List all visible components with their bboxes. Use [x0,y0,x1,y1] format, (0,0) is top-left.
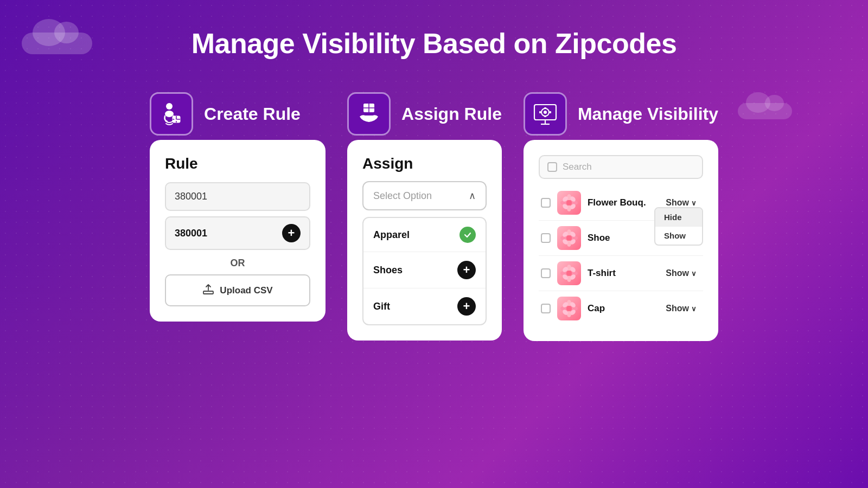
product-name-shoe: Shoe [588,233,655,243]
show-label-tshirt: Show [666,268,689,278]
svg-rect-15 [544,115,546,117]
manage-visibility-section: Manage Visibility Search [524,92,718,341]
flower-visibility-dropdown: Hide Show [654,207,703,246]
svg-point-27 [566,200,572,206]
rule-card-title: Rule [165,155,310,172]
manage-visibility-icon [532,100,559,127]
svg-point-1 [165,111,174,117]
create-rule-icon [158,101,184,127]
product-thumb-shoe [557,226,581,250]
svg-rect-5 [203,291,213,294]
hide-option[interactable]: Hide [655,208,702,227]
assign-rule-title: Assign Rule [401,104,502,124]
upload-csv-button[interactable]: Upload CSV [165,274,310,306]
product-row-flower: Flower Bouq. Show ∨ Hide Show [539,185,703,221]
chevron-down-tshirt-icon: ∨ [691,269,697,278]
product-name-cap: Cap [588,303,655,314]
show-label-cap: Show [666,304,689,313]
add-rule-button[interactable]: + [282,224,301,242]
manage-visibility-header: Manage Visibility [524,92,718,136]
svg-point-13 [544,111,547,114]
product-row-cap: Cap Show ∨ [539,291,703,326]
dropdown-item-shoes[interactable]: Shoes + [363,252,486,288]
assign-dropdown-list: Apparel Shoes + Gift + [362,217,487,325]
svg-point-57 [566,306,572,311]
show-button-tshirt[interactable]: Show ∨ [661,266,701,280]
svg-rect-17 [550,111,551,113]
product-checkbox-cap[interactable] [541,304,551,313]
create-rule-section: Create Rule Rule 380001 + OR Upload CSV [150,92,326,341]
create-rule-header: Create Rule [150,92,326,136]
cards-container: Create Rule Rule 380001 + OR Upload CSV [0,92,868,341]
svg-rect-14 [544,107,546,109]
rule-input[interactable] [165,182,310,211]
product-thumb-cap [557,297,581,320]
assign-dropdown-header[interactable]: Select Option ∧ [362,181,487,210]
assign-rule-header: Assign Rule [347,92,502,136]
assign-rule-card: Assign Select Option ∧ Apparel Shoes [347,140,502,341]
show-button-cap[interactable]: Show ∨ [661,301,701,316]
svg-point-0 [166,103,173,110]
search-master-checkbox[interactable] [547,162,557,172]
assign-rule-icon [355,100,382,127]
dropdown-item-gift[interactable]: Gift + [363,288,486,324]
search-bar: Search [539,155,703,179]
apparel-check-icon [459,227,476,243]
dropdown-item-apparel[interactable]: Apparel [363,218,486,252]
create-rule-icon-box [150,92,193,136]
rule-tag-value: 380001 [175,228,207,239]
page-header: Manage Visibility Based on Zipcodes [0,0,868,60]
dropdown-item-gift-label: Gift [373,301,390,312]
create-rule-card: Rule 380001 + OR Upload CSV [150,140,326,322]
dropdown-item-apparel-label: Apparel [373,229,410,241]
product-checkbox-flower[interactable] [541,198,551,208]
product-checkbox-tshirt[interactable] [541,268,551,278]
or-divider: OR [165,258,310,269]
chevron-down-cap-icon: ∨ [691,305,697,313]
show-label-flower: Show [666,198,689,208]
add-gift-button[interactable]: + [457,297,476,316]
assign-rule-section: Assign Rule Assign Select Option ∧ Appar… [347,92,502,341]
manage-visibility-title: Manage Visibility [578,104,718,124]
product-name-flower: Flower Bouq. [588,197,655,208]
assign-card-title: Assign [362,155,487,172]
add-shoes-button[interactable]: + [457,261,476,279]
search-placeholder: Search [563,162,694,172]
show-option[interactable]: Show [655,227,702,245]
upload-csv-label: Upload CSV [220,285,272,296]
create-rule-title: Create Rule [204,104,301,124]
upload-icon [202,283,214,298]
product-thumb-tshirt [557,261,581,285]
product-checkbox-shoe[interactable] [541,233,551,243]
chevron-down-flower-icon: ∨ [691,199,697,207]
assign-rule-icon-box [347,92,391,136]
page-title: Manage Visibility Based on Zipcodes [0,27,868,60]
product-name-tshirt: T-shirt [588,268,655,279]
dropdown-placeholder: Select Option [373,190,432,202]
product-thumb-flower [557,191,581,215]
rule-tag-row: 380001 + [165,216,310,250]
manage-visibility-icon-box [524,92,567,136]
svg-point-37 [566,235,572,241]
svg-point-47 [566,271,572,276]
product-row-tshirt: T-shirt Show ∨ [539,256,703,291]
dropdown-item-shoes-label: Shoes [373,265,403,276]
dropdown-arrow-up-icon: ∧ [469,190,476,202]
svg-rect-16 [539,111,541,113]
manage-visibility-card: Search [524,140,718,341]
